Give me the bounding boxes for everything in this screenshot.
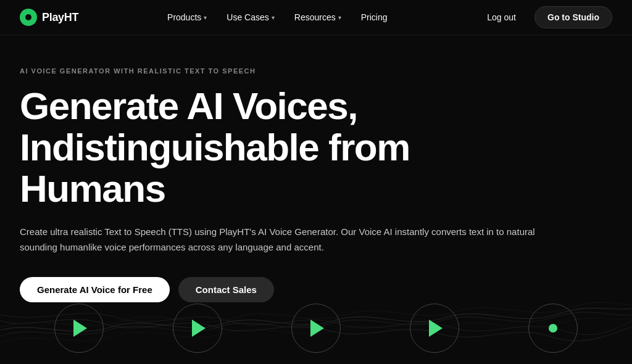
nav-item-resources[interactable]: Resources ▾ — [286, 7, 350, 27]
audio-player-4[interactable] — [410, 304, 459, 353]
nav-item-products[interactable]: Products ▾ — [159, 7, 215, 27]
nav-right: Log out Go to Studio — [476, 6, 612, 28]
logo-text: PlayHT — [42, 11, 78, 24]
nav-item-pricing[interactable]: Pricing — [352, 7, 396, 27]
play-icon — [310, 320, 324, 337]
hero-title-line2: Indistinguishable from Humans — [20, 126, 410, 210]
logo-icon — [20, 9, 37, 26]
audio-player-1[interactable] — [54, 304, 104, 353]
hero-title: Generate AI Voices, Indistinguishable fr… — [20, 86, 544, 210]
nav-links: Products ▾ Use Cases ▾ Resources ▾ Prici… — [159, 7, 396, 27]
hero-tag: AI VOICE GENERATOR WITH REALISTIC TEXT T… — [20, 67, 612, 75]
play-icon — [429, 320, 443, 337]
nav-label-use-cases: Use Cases — [227, 12, 268, 22]
play-icon — [192, 320, 206, 337]
hero-title-line1: Generate AI Voices, — [20, 85, 357, 127]
play-buttons-row — [0, 304, 632, 353]
hero-buttons: Generate AI Voice for Free Contact Sales — [20, 277, 612, 302]
audio-player-2[interactable] — [173, 304, 222, 353]
logout-button[interactable]: Log out — [476, 7, 527, 27]
logo-inner-dot — [25, 14, 31, 20]
hero-description: Create ultra realistic Text to Speech (T… — [20, 225, 551, 255]
contact-sales-button[interactable]: Contact Sales — [178, 277, 274, 302]
go-to-studio-button[interactable]: Go to Studio — [534, 6, 612, 28]
play-icon — [73, 320, 87, 337]
chevron-down-icon: ▾ — [338, 14, 341, 21]
chevron-down-icon: ▾ — [272, 14, 275, 21]
nav-label-pricing: Pricing — [361, 12, 388, 22]
nav-label-resources: Resources — [294, 12, 336, 22]
chevron-down-icon: ▾ — [204, 14, 207, 21]
dot-icon — [549, 324, 557, 333]
audio-player-5[interactable] — [528, 304, 578, 353]
audio-player-3[interactable] — [291, 304, 341, 353]
nav-label-products: Products — [167, 12, 201, 22]
navbar: PlayHT Products ▾ Use Cases ▾ Resources … — [0, 0, 632, 35]
hero-section: AI VOICE GENERATOR WITH REALISTIC TEXT T… — [0, 35, 632, 302]
generate-voice-button[interactable]: Generate AI Voice for Free — [20, 277, 170, 302]
nav-item-use-cases[interactable]: Use Cases ▾ — [218, 7, 283, 27]
logo[interactable]: PlayHT — [20, 9, 78, 26]
